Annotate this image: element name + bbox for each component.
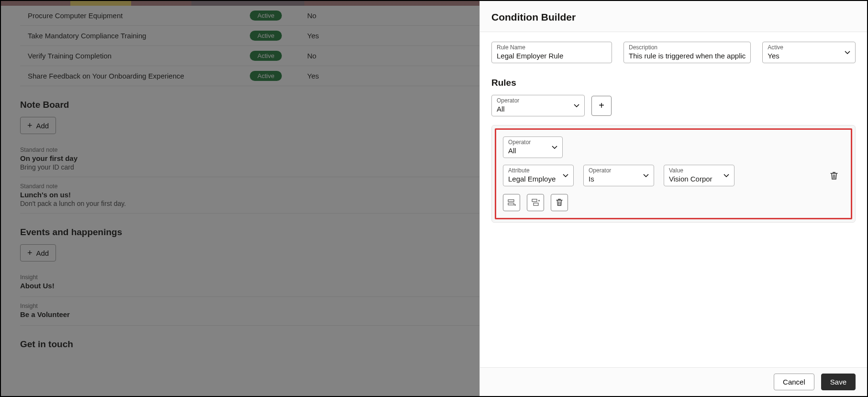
field-value: Is (589, 174, 649, 183)
field-value: This rule is triggered when the applic (629, 51, 746, 60)
trash-icon (556, 198, 563, 207)
active-select[interactable]: Active Yes (762, 42, 856, 63)
condition-builder-panel: Condition Builder Rule Name Legal Employ… (479, 1, 867, 396)
field-value: Legal Employer Rule (497, 51, 607, 60)
field-value: All (508, 146, 557, 155)
panel-body: Rule Name Legal Employer Rule Descriptio… (480, 32, 867, 367)
svg-rect-2 (532, 199, 537, 202)
add-rule-group-button[interactable]: + (591, 96, 612, 116)
condition-row: Attribute Legal Employe Operator Is (503, 165, 844, 186)
field-value: Vision Corpor (669, 174, 729, 183)
add-condition-button[interactable] (503, 194, 520, 211)
add-row-icon (507, 198, 516, 207)
chevron-down-icon (563, 174, 568, 178)
plus-icon: + (599, 100, 604, 111)
panel-footer: Cancel Save (480, 367, 867, 396)
field-label: Description (629, 44, 746, 51)
save-button[interactable]: Save (821, 374, 856, 390)
field-label: Rule Name (497, 44, 607, 51)
field-value: Legal Employe (508, 174, 568, 183)
delete-group-button[interactable] (551, 194, 568, 211)
chevron-down-icon (723, 174, 729, 178)
value-select[interactable]: Value Vision Corpor (664, 165, 734, 186)
rule-group: Operator All Attribute Legal Employe (491, 125, 856, 223)
chevron-down-icon (552, 146, 557, 149)
svg-rect-3 (534, 203, 538, 205)
add-group-icon (531, 198, 540, 207)
condition-operator-select[interactable]: Operator Is (583, 165, 654, 186)
field-label: Value (669, 167, 729, 174)
attribute-select[interactable]: Attribute Legal Employe (503, 165, 574, 186)
field-label: Active (768, 44, 850, 51)
rules-title: Rules (491, 78, 856, 88)
chevron-down-icon (845, 51, 850, 55)
description-field[interactable]: Description This rule is triggered when … (623, 42, 751, 63)
chevron-down-icon (643, 174, 649, 178)
field-label: Operator (497, 97, 579, 104)
group-operator-select[interactable]: Operator All (503, 136, 563, 158)
cancel-button[interactable]: Cancel (774, 374, 814, 390)
field-label: Attribute (508, 167, 568, 174)
chevron-down-icon (574, 104, 579, 108)
add-group-button[interactable] (527, 194, 544, 211)
panel-title: Condition Builder (491, 11, 856, 23)
operator-top-select[interactable]: Operator All (491, 95, 585, 116)
rule-name-field[interactable]: Rule Name Legal Employer Rule (491, 42, 612, 63)
highlighted-rule-group: Operator All Attribute Legal Employe (495, 128, 852, 219)
field-label: Operator (589, 167, 649, 174)
field-value: Yes (768, 51, 850, 60)
delete-condition-button[interactable] (830, 171, 838, 181)
field-label: Operator (508, 139, 557, 146)
svg-rect-1 (508, 203, 514, 205)
field-value: All (497, 104, 579, 113)
svg-rect-0 (508, 200, 514, 202)
panel-header: Condition Builder (480, 1, 867, 32)
